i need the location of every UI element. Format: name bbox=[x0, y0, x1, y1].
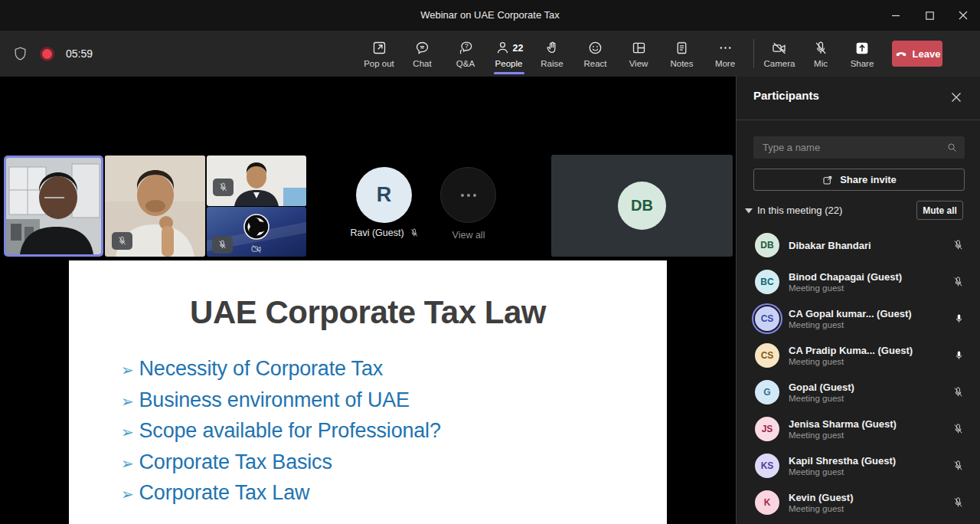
participant-name: CA Pradip Kuma... (Guest) bbox=[789, 345, 913, 356]
slide-bullet: ➢Corporate Tax Basics bbox=[121, 447, 441, 479]
teams-meeting-window: Webinar on UAE Corporate Tax 05:59 bbox=[0, 0, 980, 524]
participant-row[interactable]: G Gopal (Guest) Meeting guest bbox=[737, 374, 980, 411]
slide-bullet: ➢Scope available for Professional? bbox=[121, 416, 441, 447]
raise-hand-icon bbox=[544, 40, 560, 56]
mute-all-button[interactable]: Mute all bbox=[916, 201, 963, 220]
share-button[interactable]: Share bbox=[841, 31, 883, 77]
meeting-stage: R Ravi (Guest) View all DB UAE Corporate… bbox=[0, 77, 736, 524]
avatar-initials: CS bbox=[761, 313, 774, 324]
notes-icon bbox=[674, 40, 690, 56]
leave-button[interactable]: Leave bbox=[892, 41, 942, 67]
participant-avatar: KS bbox=[755, 454, 779, 478]
mic-status-icon[interactable] bbox=[952, 239, 965, 252]
close-panel-button[interactable] bbox=[951, 92, 962, 103]
db-avatar: DB bbox=[618, 182, 666, 230]
notes-button[interactable]: Notes bbox=[662, 31, 703, 77]
react-button[interactable]: React bbox=[575, 31, 616, 77]
toolbar-divider bbox=[753, 39, 754, 68]
more-dots-icon bbox=[717, 40, 733, 56]
obs-logo bbox=[244, 215, 269, 239]
share-invite-button[interactable]: Share invite bbox=[753, 169, 965, 191]
people-button[interactable]: 22 People bbox=[488, 31, 530, 77]
mic-status-icon[interactable] bbox=[953, 350, 965, 362]
participant-subtitle: Meeting guest bbox=[789, 320, 912, 329]
mic-status-icon[interactable] bbox=[952, 386, 965, 399]
video-tile-obs[interactable] bbox=[207, 207, 306, 257]
people-icon bbox=[495, 40, 511, 56]
participant-row[interactable]: JS Jenisa Sharma (Guest) Meeting guest bbox=[737, 411, 980, 447]
bullet-arrow-icon: ➢ bbox=[121, 362, 134, 378]
participant-subtitle: Meeting guest bbox=[789, 431, 897, 440]
avatar-initials: CS bbox=[761, 350, 774, 361]
popout-icon bbox=[371, 40, 387, 56]
panel-divider bbox=[737, 120, 980, 120]
slide-bullet: ➢Business environment of UAE bbox=[121, 385, 441, 417]
svg-text:?: ? bbox=[465, 42, 469, 50]
avatar-initials: JS bbox=[762, 424, 773, 434]
participant-row[interactable]: BC Binod Chapagai (Guest) Meeting guest bbox=[737, 264, 980, 300]
participant-row[interactable]: KS Kapil Shrestha (Guest) Meeting guest bbox=[737, 447, 980, 484]
participant-subtitle: Meeting guest bbox=[789, 283, 902, 293]
camera-off-icon bbox=[250, 243, 263, 255]
video-tile-speaker[interactable] bbox=[4, 156, 103, 257]
slide-bullet-list: ➢Necessity of Corporate Tax ➢Business en… bbox=[121, 354, 441, 509]
ravi-label-row: Ravi (Guest) bbox=[329, 228, 440, 238]
video-tile-3[interactable] bbox=[207, 156, 306, 206]
slide-bullet: ➢Necessity of Corporate Tax bbox=[121, 354, 441, 385]
maximize-button[interactable] bbox=[913, 0, 946, 31]
bullet-text: Corporate Tax Law bbox=[139, 481, 310, 504]
presentation-slide[interactable]: UAE Corporate Tax Law ➢Necessity of Corp… bbox=[69, 260, 667, 524]
more-button[interactable]: More bbox=[704, 31, 746, 77]
participant-name: Jenisa Sharma (Guest) bbox=[789, 418, 897, 430]
participant-row[interactable]: CS CA Pradip Kuma... (Guest) Meeting gue… bbox=[737, 337, 980, 374]
bullet-text: Corporate Tax Basics bbox=[139, 450, 332, 473]
participant-avatar: K bbox=[755, 490, 779, 515]
participant-avatar: G bbox=[755, 380, 779, 404]
participant-text: CA Gopal kumar... (Guest) Meeting guest bbox=[789, 308, 912, 329]
mic-status-icon[interactable] bbox=[952, 460, 965, 473]
search-icon bbox=[946, 142, 958, 153]
chat-button[interactable]: Chat bbox=[402, 31, 443, 77]
mic-button[interactable]: Mic bbox=[800, 31, 841, 77]
popout-button[interactable]: Pop out bbox=[358, 31, 400, 77]
bullet-arrow-icon: ➢ bbox=[121, 393, 134, 410]
mic-status-icon[interactable] bbox=[953, 313, 965, 325]
mic-status-icon[interactable] bbox=[952, 496, 965, 509]
section-label: In this meeting (22) bbox=[757, 205, 842, 216]
view-all-label: View all bbox=[433, 230, 504, 241]
raise-hand-button[interactable]: Raise bbox=[531, 31, 573, 77]
db-video-tile[interactable]: DB bbox=[551, 155, 733, 257]
chevron-down-icon[interactable] bbox=[745, 208, 753, 214]
slide-bullet: ➢Corporate Tax Law bbox=[121, 478, 441, 509]
view-button[interactable]: View bbox=[618, 31, 659, 77]
close-button[interactable] bbox=[946, 0, 980, 31]
qa-button[interactable]: ? Q&A bbox=[445, 31, 486, 77]
ravi-avatar[interactable]: R bbox=[356, 167, 412, 223]
participant-list: DB Dibakar Bhandari BC Binod Chapagai (G… bbox=[737, 227, 980, 521]
avatar-initials: DB bbox=[760, 240, 773, 251]
participant-row[interactable]: DB Dibakar Bhandari bbox=[737, 227, 980, 264]
mic-status-icon[interactable] bbox=[952, 423, 965, 436]
camera-button[interactable]: Camera bbox=[759, 31, 800, 77]
avatar-initials: KS bbox=[761, 460, 774, 471]
bullet-text: Business environment of UAE bbox=[139, 388, 410, 411]
participant-subtitle: Meeting guest bbox=[789, 357, 913, 366]
video-tile-2[interactable] bbox=[105, 156, 205, 257]
mic-status-icon[interactable] bbox=[952, 276, 965, 289]
people-count-badge: 22 bbox=[513, 43, 524, 54]
mic-off-icon bbox=[812, 40, 829, 57]
minimize-button[interactable] bbox=[879, 0, 913, 31]
avatar-initials: G bbox=[763, 387, 770, 398]
share-screen-icon bbox=[854, 40, 871, 57]
muted-mic-badge bbox=[212, 236, 233, 254]
participant-name-label: Ravi (Guest) bbox=[350, 228, 403, 238]
participant-row[interactable]: CS CA Gopal kumar... (Guest) Meeting gue… bbox=[737, 300, 980, 337]
participant-avatar: CS bbox=[755, 343, 779, 368]
muted-mic-badge bbox=[213, 178, 234, 196]
participant-avatar: DB bbox=[755, 233, 779, 257]
search-input[interactable] bbox=[753, 136, 965, 159]
participants-panel: Participants Share invite In this meetin… bbox=[736, 77, 980, 524]
avatar-initials: K bbox=[764, 497, 771, 508]
participant-row[interactable]: K Kevin (Guest) Meeting guest bbox=[737, 484, 980, 521]
view-all-button[interactable] bbox=[440, 167, 496, 223]
